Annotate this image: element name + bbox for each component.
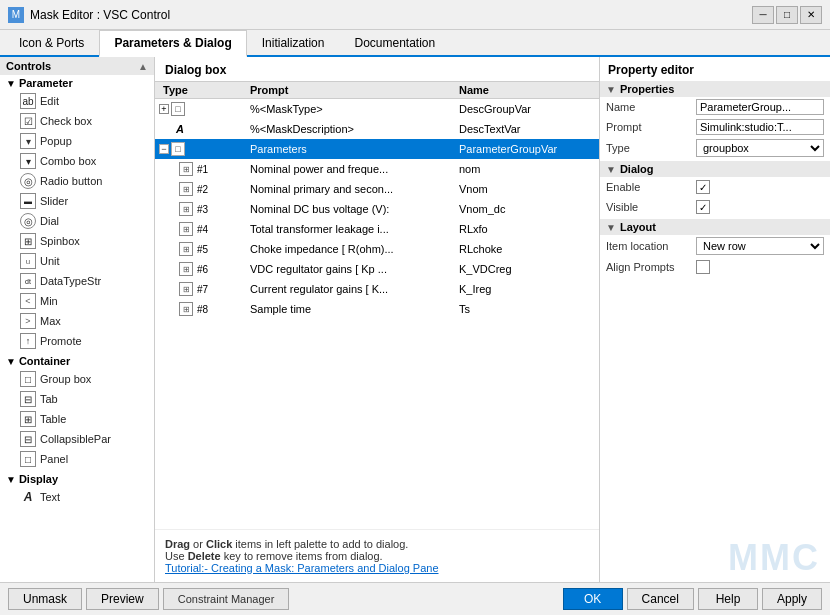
- table-row[interactable]: ⊞ #7 Current regulator gains [ K... K_Ir…: [155, 279, 599, 299]
- sidebar-item-text-label: Text: [40, 491, 60, 503]
- row-name-10: Ts: [459, 303, 599, 315]
- row-prompt-9: Current regulator gains [ K...: [250, 283, 459, 295]
- row-prompt-4: Nominal primary and secon...: [250, 183, 459, 195]
- visible-checkbox[interactable]: [696, 200, 710, 214]
- table-row[interactable]: ⊞ #8 Sample time Ts: [155, 299, 599, 319]
- prop-section-properties-header[interactable]: ▼ Properties: [600, 81, 830, 97]
- ok-button[interactable]: OK: [563, 588, 623, 610]
- sidebar-item-collapsible[interactable]: ⊟ CollapsiblePar: [0, 429, 154, 449]
- sidebar-item-tab[interactable]: ⊟ Tab: [0, 389, 154, 409]
- row-prompt-0: %<MaskType>: [250, 103, 459, 115]
- sidebar-item-min[interactable]: < Min: [0, 291, 154, 311]
- name-input[interactable]: [696, 99, 824, 115]
- prop-visible-label: Visible: [606, 201, 696, 213]
- row-type-8: ⊞ #6: [155, 262, 250, 276]
- sidebar-item-promote[interactable]: ↑ Promote: [0, 331, 154, 351]
- type-icon-10: ⊞: [179, 302, 193, 316]
- param-num-7: #5: [197, 244, 208, 255]
- table-row[interactable]: ⊞ #5 Choke impedance [ R(ohm)... RLchoke: [155, 239, 599, 259]
- close-button[interactable]: ✕: [800, 6, 822, 24]
- dialog-footer-line2: Use Delete key to remove items from dial…: [165, 550, 589, 562]
- type-select[interactable]: groupbox panel tab: [696, 139, 824, 157]
- row-prompt-7: Choke impedance [ R(ohm)...: [250, 243, 459, 255]
- param-num-3: #1: [197, 164, 208, 175]
- sidebar-item-max[interactable]: > Max: [0, 311, 154, 331]
- sidebar-item-combo[interactable]: ▾ Combo box: [0, 151, 154, 171]
- table-row[interactable]: ⊞ #3 Nominal DC bus voltage (V): Vnom_dc: [155, 199, 599, 219]
- sidebar-section-container-header[interactable]: ▼ Container: [0, 353, 154, 369]
- property-editor-title: Property editor: [600, 57, 830, 81]
- preview-button[interactable]: Preview: [86, 588, 159, 610]
- tab-icon: ⊟: [20, 391, 36, 407]
- checkbox-icon: ☑: [20, 113, 36, 129]
- sidebar-item-unit[interactable]: u Unit: [0, 251, 154, 271]
- prop-row-prompt: Prompt: [600, 117, 830, 137]
- cancel-button[interactable]: Cancel: [627, 588, 694, 610]
- sidebar-header-label: Controls: [6, 60, 51, 72]
- tab-initialization[interactable]: Initialization: [247, 30, 340, 57]
- row-type-2: − □: [155, 142, 250, 156]
- sidebar-item-text[interactable]: A Text: [0, 487, 154, 507]
- sidebar-item-radiobutton[interactable]: ◎ Radio button: [0, 171, 154, 191]
- sidebar-section-display-header[interactable]: ▼ Display: [0, 471, 154, 487]
- prop-align-prompts-label: Align Prompts: [606, 261, 696, 273]
- row-prompt-2: Parameters: [250, 143, 459, 155]
- type-icon-6: ⊞: [179, 222, 193, 236]
- sidebar-item-checkbox[interactable]: ☑ Check box: [0, 111, 154, 131]
- tab-documentation[interactable]: Documentation: [339, 30, 450, 57]
- apply-button[interactable]: Apply: [762, 588, 822, 610]
- sidebar-item-spinbox[interactable]: ⊞ Spinbox: [0, 231, 154, 251]
- sidebar-collapse-icon[interactable]: ▲: [138, 61, 148, 72]
- type-icon-5: ⊞: [179, 202, 193, 216]
- tab-icon-ports[interactable]: Icon & Ports: [4, 30, 99, 57]
- window-title: Mask Editor : VSC Control: [30, 8, 752, 22]
- maximize-button[interactable]: □: [776, 6, 798, 24]
- item-location-select[interactable]: New row Same row: [696, 237, 824, 255]
- table-row[interactable]: ⊞ #4 Total transformer leakage i... RLxf…: [155, 219, 599, 239]
- sidebar-item-popup-label: Popup: [40, 135, 72, 147]
- prop-type-value: groupbox panel tab: [696, 139, 824, 157]
- prop-section-dialog-header[interactable]: ▼ Dialog: [600, 161, 830, 177]
- panel-icon: □: [20, 451, 36, 467]
- sidebar-item-table[interactable]: ⊞ Table: [0, 409, 154, 429]
- sidebar-item-table-label: Table: [40, 413, 66, 425]
- type-icon-1: A: [173, 122, 187, 136]
- sidebar-item-spinbox-label: Spinbox: [40, 235, 80, 247]
- sidebar-item-popup[interactable]: ▾ Popup: [0, 131, 154, 151]
- sidebar-item-datatypestr[interactable]: dt DataTypeStr: [0, 271, 154, 291]
- row-type-10: ⊞ #8: [155, 302, 250, 316]
- sidebar-section-parameter-label: Parameter: [19, 77, 73, 89]
- constraint-manager-button[interactable]: Constraint Manager: [163, 588, 290, 610]
- param-num-5: #3: [197, 204, 208, 215]
- sidebar-item-min-label: Min: [40, 295, 58, 307]
- table-row[interactable]: A %<MaskDescription> DescTextVar: [155, 119, 599, 139]
- unmask-button[interactable]: Unmask: [8, 588, 82, 610]
- sidebar-item-groupbox[interactable]: □ Group box: [0, 369, 154, 389]
- minimize-button[interactable]: ─: [752, 6, 774, 24]
- sidebar-item-slider[interactable]: ▬ Slider: [0, 191, 154, 211]
- sidebar-item-slider-label: Slider: [40, 195, 68, 207]
- table-row[interactable]: + □ %<MaskType> DescGroupVar: [155, 99, 599, 119]
- table-row[interactable]: ⊞ #1 Nominal power and freque... nom: [155, 159, 599, 179]
- dial-icon: ◎: [20, 213, 36, 229]
- help-button[interactable]: Help: [698, 588, 758, 610]
- sidebar-item-panel[interactable]: □ Panel: [0, 449, 154, 469]
- table-row[interactable]: − □ Parameters ParameterGroupVar: [155, 139, 599, 159]
- prompt-input[interactable]: [696, 119, 824, 135]
- promote-icon: ↑: [20, 333, 36, 349]
- table-row[interactable]: ⊞ #6 VDC regultator gains [ Kp ... K_VDC…: [155, 259, 599, 279]
- align-prompts-checkbox[interactable]: [696, 260, 710, 274]
- row-type-4: ⊞ #2: [155, 182, 250, 196]
- row-type-3: ⊞ #1: [155, 162, 250, 176]
- main-content: Controls ▲ ▼ Parameter ab Edit ☑ Check b…: [0, 57, 830, 582]
- tab-params-dialog[interactable]: Parameters & Dialog: [99, 30, 246, 57]
- sidebar-section-parameter-header[interactable]: ▼ Parameter: [0, 75, 154, 91]
- sidebar-item-dial[interactable]: ◎ Dial: [0, 211, 154, 231]
- prop-section-layout-header[interactable]: ▼ Layout: [600, 219, 830, 235]
- table-row[interactable]: ⊞ #2 Nominal primary and secon... Vnom: [155, 179, 599, 199]
- tutorial-link[interactable]: Tutorial:- Creating a Mask: Parameters a…: [165, 562, 439, 574]
- enable-checkbox[interactable]: [696, 180, 710, 194]
- row-prompt-1: %<MaskDescription>: [250, 123, 459, 135]
- tab-bar: Icon & Ports Parameters & Dialog Initial…: [0, 30, 830, 57]
- sidebar-item-edit[interactable]: ab Edit: [0, 91, 154, 111]
